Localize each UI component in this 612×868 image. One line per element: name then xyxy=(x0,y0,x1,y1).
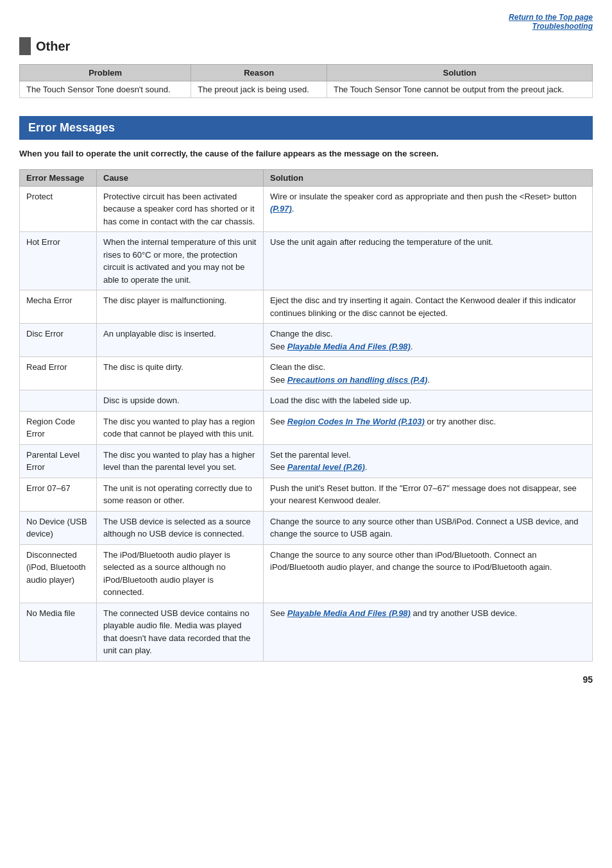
error-message-cell: Protect xyxy=(20,186,97,232)
error-solution-cell: Clean the disc.See Precautions on handli… xyxy=(264,357,593,390)
error-cause-cell: The disc is quite dirty. xyxy=(97,357,264,390)
error-table: Error Message Cause Solution Protect Pro… xyxy=(19,169,593,662)
error-cause-cell: The iPod/Bluetooth audio player is selec… xyxy=(97,544,264,603)
error-table-header-message: Error Message xyxy=(20,169,97,186)
error-message-cell: No Media file xyxy=(20,603,97,661)
other-section-header: Other xyxy=(19,37,593,55)
error-cause-cell: When the internal temperature of this un… xyxy=(97,232,264,290)
other-problem: The Touch Sensor Tone doesn't sound. xyxy=(20,81,191,98)
error-table-row: Disc Error An unplayable disc is inserte… xyxy=(20,324,593,357)
error-cause-cell: The unit is not operating correctly due … xyxy=(97,478,264,511)
error-solution-cell: See Playable Media And Files (P.98) and … xyxy=(264,603,593,661)
solution-link[interactable]: Region Codes In The World (P.103) xyxy=(287,417,425,426)
error-cause-cell: An unplayable disc is inserted. xyxy=(97,324,264,357)
error-solution-cell: Wire or insulate the speaker cord as app… xyxy=(264,186,593,232)
error-solution-cell: See Region Codes In The World (P.103) or… xyxy=(264,411,593,444)
error-solution-cell: Change the disc.See Playable Media And F… xyxy=(264,324,593,357)
error-cause-cell: The disc you wanted to play has a region… xyxy=(97,411,264,444)
error-table-header-solution: Solution xyxy=(264,169,593,186)
error-message-cell xyxy=(20,390,97,412)
other-table-header-solution: Solution xyxy=(327,65,592,81)
error-message-cell: Mecha Error xyxy=(20,290,97,324)
other-section-icon xyxy=(19,37,31,55)
error-table-row: No Device (USB device) The USB device is… xyxy=(20,511,593,544)
error-solution-cell: Load the disc with the labeled side up. xyxy=(264,390,593,412)
other-reason: The preout jack is being used. xyxy=(191,81,327,98)
other-table-row: The Touch Sensor Tone doesn't sound. The… xyxy=(20,81,593,98)
error-message-cell: Disc Error xyxy=(20,324,97,357)
error-solution-cell: Push the unit's Reset button. If the "Er… xyxy=(264,478,593,511)
other-solution: The Touch Sensor Tone cannot be output f… xyxy=(327,81,592,98)
error-intro-text: When you fail to operate the unit correc… xyxy=(19,147,593,160)
error-table-row: Region Code Error The disc you wanted to… xyxy=(20,411,593,444)
error-cause-cell: The disc player is malfunctioning. xyxy=(97,290,264,324)
error-message-cell: Read Error xyxy=(20,357,97,390)
error-table-row: Disc is upside down. Load the disc with … xyxy=(20,390,593,412)
error-solution-cell: Use the unit again after reducing the te… xyxy=(264,232,593,290)
error-table-row: Protect Protective circuit has been acti… xyxy=(20,186,593,232)
error-table-row: Error 07–67 The unit is not operating co… xyxy=(20,478,593,511)
return-top-link[interactable]: Return to the Top page xyxy=(19,13,593,22)
other-table-header-problem: Problem xyxy=(20,65,191,81)
error-table-row: Disconnected (iPod, Bluetooth audio play… xyxy=(20,544,593,603)
error-solution-cell: Change the source to any source other th… xyxy=(264,511,593,544)
error-message-cell: Error 07–67 xyxy=(20,478,97,511)
error-solution-cell: Eject the disc and try inserting it agai… xyxy=(264,290,593,324)
error-message-cell: Parental Level Error xyxy=(20,444,97,478)
error-table-row: No Media file The connected USB device c… xyxy=(20,603,593,661)
solution-link[interactable]: (P.97) xyxy=(270,204,292,213)
error-cause-cell: The connected USB device contains no pla… xyxy=(97,603,264,661)
other-table-header-reason: Reason xyxy=(191,65,327,81)
error-message-cell: Region Code Error xyxy=(20,411,97,444)
solution-link[interactable]: Playable Media And Files (P.98) xyxy=(287,608,411,618)
error-message-cell: Disconnected (iPod, Bluetooth audio play… xyxy=(20,544,97,603)
page-number: 95 xyxy=(19,674,593,685)
error-cause-cell: Protective circuit has been activated be… xyxy=(97,186,264,232)
top-links: Return to the Top page Troubleshooting xyxy=(19,13,593,31)
other-section-title: Other xyxy=(36,39,70,54)
error-solution-cell: Change the source to any source other th… xyxy=(264,544,593,603)
solution-link[interactable]: Parental level (P.26) xyxy=(287,462,365,472)
error-solution-cell: Set the parental level.See Parental leve… xyxy=(264,444,593,478)
solution-link[interactable]: Precautions on handling discs (P.4) xyxy=(287,375,428,385)
error-table-row: Mecha Error The disc player is malfuncti… xyxy=(20,290,593,324)
error-cause-cell: The disc you wanted to play has a higher… xyxy=(97,444,264,478)
solution-link[interactable]: Playable Media And Files (P.98) xyxy=(287,342,411,351)
error-message-cell: Hot Error xyxy=(20,232,97,290)
error-table-header-cause: Cause xyxy=(97,169,264,186)
troubleshooting-link[interactable]: Troubleshooting xyxy=(19,22,593,31)
error-messages-header: Error Messages xyxy=(19,116,593,140)
error-cause-cell: The USB device is selected as a source a… xyxy=(97,511,264,544)
error-message-cell: No Device (USB device) xyxy=(20,511,97,544)
error-cause-cell: Disc is upside down. xyxy=(97,390,264,412)
error-table-row: Hot Error When the internal temperature … xyxy=(20,232,593,290)
error-table-row: Parental Level Error The disc you wanted… xyxy=(20,444,593,478)
error-table-row: Read Error The disc is quite dirty. Clea… xyxy=(20,357,593,390)
other-table: Problem Reason Solution The Touch Sensor… xyxy=(19,64,593,98)
